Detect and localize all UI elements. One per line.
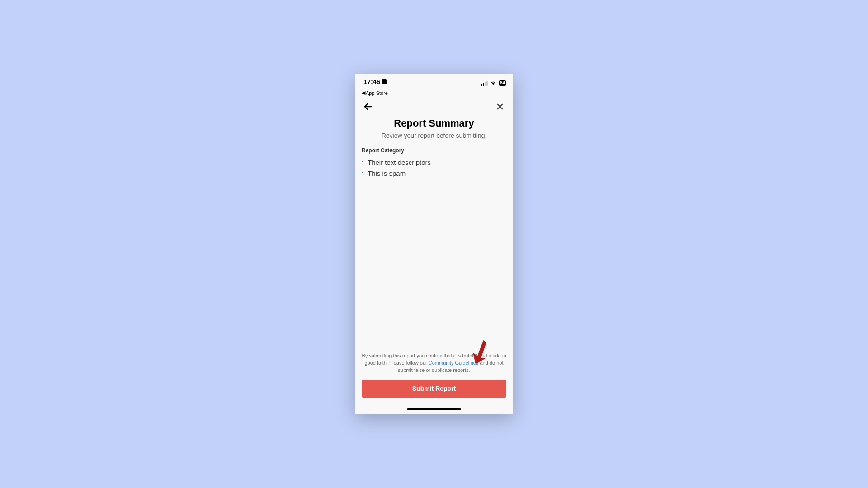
category-list: Their text descriptors This is spam — [362, 157, 506, 179]
status-left: 17:46 — [363, 78, 387, 85]
status-app-icon — [382, 79, 387, 84]
footer: By submitting this report you confirm th… — [355, 347, 513, 402]
back-chevron-icon: ◀ — [362, 90, 365, 96]
cellular-signal-icon — [481, 81, 488, 86]
status-bar: 17:46 84 — [355, 74, 513, 89]
status-right: 84 — [481, 80, 506, 86]
page-title: Report Summary — [362, 117, 506, 129]
phone-frame: 17:46 84 ◀ App Store — [355, 74, 513, 414]
nav-bar — [355, 98, 513, 117]
content: Report Summary Review your report before… — [355, 117, 513, 414]
list-item: Their text descriptors — [362, 157, 506, 168]
arrow-left-icon — [363, 102, 373, 112]
community-guidelines-link[interactable]: Community Guidelines — [429, 360, 479, 366]
spacer — [355, 179, 513, 347]
status-time: 17:46 — [363, 78, 380, 85]
list-item: This is spam — [362, 168, 506, 179]
home-indicator[interactable] — [407, 408, 461, 410]
close-button[interactable] — [494, 100, 506, 113]
battery-indicator: 84 — [499, 80, 506, 86]
battery-percent: 84 — [499, 80, 506, 86]
time-row: 17:46 — [363, 78, 387, 85]
wifi-icon — [490, 81, 496, 86]
disclaimer-text: By submitting this report you confirm th… — [362, 352, 506, 374]
submit-report-button[interactable]: Submit Report — [362, 380, 506, 398]
page-header: Report Summary Review your report before… — [355, 117, 513, 147]
section-label: Report Category — [362, 147, 506, 154]
back-button[interactable] — [362, 100, 374, 113]
report-category-section: Report Category Their text descriptors T… — [355, 147, 513, 179]
close-icon — [496, 103, 504, 111]
page-subtitle: Review your report before submitting. — [362, 132, 506, 139]
app-return-link[interactable]: ◀ App Store — [355, 90, 513, 96]
app-return-label: App Store — [366, 90, 388, 96]
